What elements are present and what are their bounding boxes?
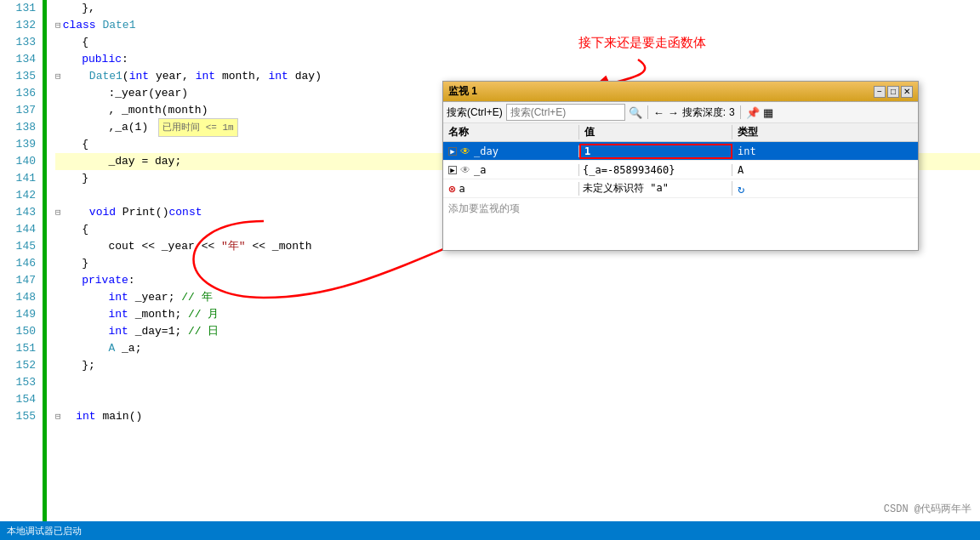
watch-title-bar: 监视 1 − □ ✕	[443, 82, 918, 102]
code-line-149: int _month; // 月	[55, 306, 980, 323]
watch-row-day[interactable]: ▶ 👁 _day 1 int	[443, 142, 918, 161]
col-header-value: 值	[579, 125, 732, 139]
code-line-153	[55, 374, 980, 391]
watch-row-a-error[interactable]: ⊗ a 未定义标识符 "a" ↻	[443, 179, 918, 198]
status-text: 本地调试器已启动	[7, 525, 82, 537]
watch-row-a-value: {_a=-858993460}	[579, 164, 732, 176]
watch-row-a-type: A	[732, 164, 918, 176]
collapse-marker-135[interactable]: ⊟	[55, 68, 61, 85]
watch-search-input[interactable]	[506, 104, 625, 121]
watermark: CSDN @代码两年半	[884, 502, 971, 516]
watch-row-error-name: ⊗ a	[443, 182, 579, 196]
code-line-151: A _a;	[55, 340, 980, 357]
toolbar-separator-2	[740, 105, 741, 119]
refresh-icon[interactable]: ↻	[738, 182, 744, 196]
col-header-name: 名称	[443, 125, 579, 139]
line-numbers: 131 132 133 134 135 136 137 138 139 140 …	[0, 0, 43, 521]
code-line-134: public :	[55, 51, 980, 68]
collapse-marker-143[interactable]: ⊟	[55, 204, 61, 221]
code-line-155: ⊟ int main()	[55, 408, 980, 425]
collapse-marker-155[interactable]: ⊟	[55, 408, 61, 425]
watch-icon-a: 👁	[460, 164, 470, 176]
watch-restore-button[interactable]: □	[887, 86, 899, 98]
code-content: }, ⊟ class Date1 { public : ⊟	[47, 0, 980, 521]
forward-icon[interactable]: →	[668, 106, 679, 119]
error-icon: ⊗	[448, 182, 455, 196]
expand-icon-a[interactable]: ▶	[448, 166, 457, 174]
code-editor: 131 132 133 134 135 136 137 138 139 140 …	[0, 0, 980, 540]
code-line-148: int _year; // 年	[55, 289, 980, 306]
add-watch-label[interactable]: 添加要监视的项	[443, 198, 918, 219]
back-icon[interactable]: ←	[653, 106, 664, 119]
search-depth-value: 3	[729, 106, 735, 118]
watch-table-header: 名称 值 类型	[443, 123, 918, 142]
search-icon[interactable]: 🔍	[629, 106, 642, 119]
toolbar-separator	[647, 105, 648, 119]
watch-title: 监视 1	[448, 84, 477, 99]
watch-title-controls: − □ ✕	[874, 86, 913, 98]
search-label: 搜索(Ctrl+E)	[447, 105, 503, 120]
watch-row-error-value: 未定义标识符 "a"	[579, 181, 732, 196]
watch-table: 名称 值 类型 ▶ 👁 _day 1 int	[443, 123, 918, 250]
pin-icon[interactable]: 📌	[746, 106, 760, 119]
watch-toolbar: 搜索(Ctrl+E) 🔍 ← → 搜索深度: 3 📌 ▦	[443, 102, 918, 123]
watch-minimize-button[interactable]: −	[874, 86, 886, 98]
watch-row-day-name: ▶ 👁 _day	[443, 145, 579, 157]
watch-row-day-type: int	[732, 145, 918, 157]
code-line-152: };	[55, 357, 980, 374]
code-line-131: },	[55, 0, 980, 17]
watch-window: 监视 1 − □ ✕ 搜索(Ctrl+E) 🔍 ← → 搜索深度: 3 📌 ▦	[442, 81, 919, 251]
status-bar: 本地调试器已启动	[0, 521, 980, 540]
watch-row-error-type: ↻	[732, 182, 918, 196]
watch-row-a-name: ▶ 👁 _a	[443, 164, 579, 176]
grid-icon[interactable]: ▦	[763, 106, 773, 119]
watch-row-day-value: 1	[579, 144, 732, 159]
code-line-150: int _day=1; // 日	[55, 323, 980, 340]
expand-icon-day[interactable]: ▶	[448, 147, 457, 156]
col-header-type: 类型	[732, 125, 918, 139]
code-area: 131 132 133 134 135 136 137 138 139 140 …	[0, 0, 980, 521]
watch-close-button[interactable]: ✕	[901, 86, 913, 98]
code-line-133: {	[55, 34, 980, 51]
code-line-147: private :	[55, 272, 980, 289]
code-line-132: ⊟ class Date1	[55, 17, 980, 34]
code-line-146: }	[55, 255, 980, 272]
watch-row-a[interactable]: ▶ 👁 _a {_a=-858993460} A	[443, 161, 918, 179]
collapse-marker[interactable]: ⊟	[55, 17, 61, 34]
watch-icon-day: 👁	[460, 145, 470, 157]
code-line-154	[55, 391, 980, 408]
search-depth-label: 搜索深度:	[682, 105, 726, 120]
time-annotation: 已用时间 <= 1m	[158, 118, 238, 137]
